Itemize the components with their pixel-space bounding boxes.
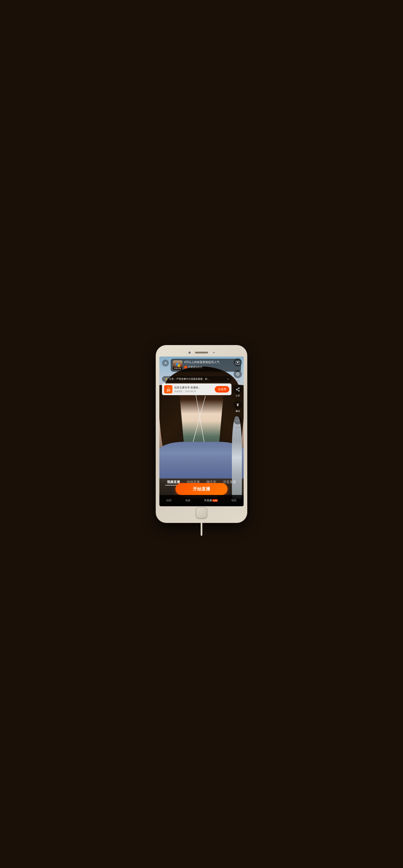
nav-live-label: 开直播	[204, 499, 212, 502]
close-icon: ✕	[164, 361, 167, 365]
svg-point-3	[236, 374, 237, 375]
svg-point-7	[236, 375, 237, 375]
camera-icon-circle	[234, 358, 242, 367]
mic-mesh	[232, 416, 242, 499]
svg-point-2	[237, 375, 238, 376]
earn-label: 赚钱	[236, 410, 240, 413]
nav-live[interactable]: 开直播 LIVE	[204, 499, 218, 502]
beautify-label: 美化	[236, 379, 240, 382]
front-camera	[189, 351, 191, 354]
close-button[interactable]: ✕	[162, 360, 169, 367]
charging-cable	[201, 523, 202, 536]
svg-point-4	[239, 374, 240, 375]
nav-sing-label: 唱歌	[231, 499, 237, 502]
beautify-icon-btn[interactable]: 美化	[234, 370, 242, 382]
live-badge: LIVE	[212, 499, 218, 502]
share-icon-btn[interactable]: 分享	[234, 385, 242, 397]
earn-icon-btn[interactable]: ¥ 赚钱	[234, 401, 242, 413]
svg-point-1	[237, 372, 238, 373]
svg-point-9	[238, 388, 239, 389]
phone-screen: ✕ 🎭 更新封面 6字以上的标题更能提高人气	[160, 356, 243, 506]
svg-line-13	[237, 390, 238, 391]
phone-sensor	[213, 352, 214, 353]
phone-frame: ✕ 🎭 更新封面 6字以上的标题更能提高人气	[156, 345, 247, 523]
phone-speaker	[195, 352, 208, 353]
svg-point-0	[237, 373, 239, 375]
nav-photo[interactable]: 拍照	[166, 499, 172, 502]
more-label: 更多	[236, 425, 240, 428]
beautify-icon-circle	[234, 370, 242, 378]
shirt	[160, 442, 243, 478]
svg-point-10	[238, 391, 239, 392]
svg-line-12	[237, 389, 238, 389]
svg-point-6	[238, 373, 239, 373]
face-illustration	[170, 369, 233, 473]
camera-icon-btn[interactable]	[234, 358, 242, 367]
phone-bottom-bar	[160, 506, 243, 519]
nav-video[interactable]: 视频	[185, 499, 191, 502]
share-icon-circle	[234, 385, 242, 394]
more-icon-circle: ···	[234, 416, 242, 425]
svg-point-5	[236, 373, 237, 373]
nav-photo-label: 拍照	[166, 499, 172, 502]
nav-live-row: 开直播 LIVE	[204, 499, 218, 502]
phone-top-bar	[160, 349, 243, 356]
nav-sing[interactable]: 唱歌	[231, 499, 237, 502]
earn-icon-circle: ¥	[234, 401, 242, 409]
share-label: 分享	[236, 394, 240, 397]
svg-point-8	[238, 375, 239, 375]
home-button[interactable]	[196, 507, 207, 519]
svg-point-11	[236, 389, 237, 390]
start-broadcast-button[interactable]: 开始直播	[175, 483, 228, 495]
microphone	[232, 416, 242, 499]
coupon-use-button[interactable]: 去使用	[215, 386, 229, 393]
nav-video-label: 视频	[185, 499, 191, 502]
more-icon-btn[interactable]: ··· 更多	[234, 416, 242, 428]
